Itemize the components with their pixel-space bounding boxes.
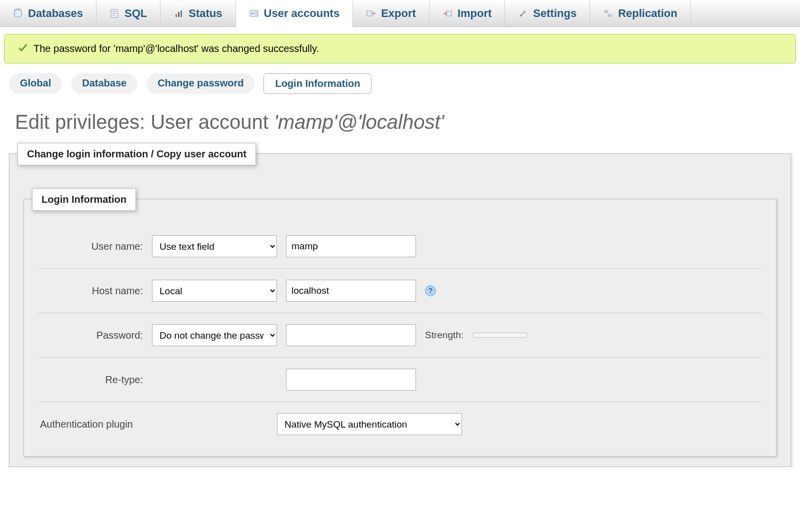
svg-point-11 <box>608 14 612 16</box>
change-login-info-panel: Change login information / Copy user acc… <box>9 153 791 467</box>
subtab-change-password[interactable]: Change password <box>146 73 254 94</box>
outer-legend: Change login information / Copy user acc… <box>18 143 256 165</box>
tab-databases[interactable]: Databases <box>0 0 96 26</box>
success-notice: The password for 'mamp'@'localhost' was … <box>4 34 796 63</box>
database-icon <box>13 8 23 18</box>
password-input[interactable] <box>286 324 416 346</box>
svg-point-10 <box>604 10 608 12</box>
top-tabs: Databases SQL Status User accounts Expor… <box>0 0 800 27</box>
svg-point-6 <box>251 12 254 14</box>
tab-label: Export <box>381 7 416 20</box>
hostname-mode-select[interactable]: Local <box>152 280 277 302</box>
row-auth-plugin: Authentication plugin Native MySQL authe… <box>38 402 762 446</box>
svg-rect-7 <box>367 11 372 16</box>
sub-tabs: Global Database Change password Login In… <box>0 63 800 97</box>
strength-label: Strength: <box>425 330 464 341</box>
subtab-database[interactable]: Database <box>71 73 138 94</box>
authplugin-label: Authentication plugin <box>38 419 268 430</box>
svg-rect-2 <box>176 14 177 17</box>
import-icon <box>442 8 452 18</box>
username-mode-select[interactable]: Use text field <box>152 235 277 257</box>
inner-legend: Login Information <box>32 188 136 211</box>
tab-label: Databases <box>28 7 83 20</box>
replication-icon <box>603 8 613 18</box>
tab-user-accounts[interactable]: User accounts <box>236 0 354 27</box>
tab-status[interactable]: Status <box>160 0 236 26</box>
user-accounts-icon <box>249 8 259 18</box>
retype-input[interactable] <box>286 369 416 391</box>
row-retype: Re-type: <box>38 358 762 402</box>
tab-label: Replication <box>618 7 678 20</box>
tab-label: Settings <box>533 7 576 20</box>
check-icon <box>18 42 28 55</box>
username-input[interactable] <box>286 235 416 257</box>
row-username: User name: Use text field <box>38 224 762 269</box>
tab-label: User accounts <box>264 7 340 20</box>
tab-label: SQL <box>124 7 147 20</box>
hostname-input[interactable] <box>286 280 416 302</box>
login-information-panel: Login Information User name: Use text fi… <box>24 199 776 457</box>
svg-rect-5 <box>250 10 258 16</box>
tab-export[interactable]: Export <box>353 0 430 26</box>
page-heading: Edit privileges: User account 'mamp'@'lo… <box>15 111 791 133</box>
tab-label: Status <box>188 7 222 20</box>
row-hostname: Host name: Local ? <box>38 269 762 313</box>
authplugin-select[interactable]: Native MySQL authentication <box>277 413 462 435</box>
heading-prefix: Edit privileges: User account <box>15 111 274 133</box>
export-icon <box>366 8 376 18</box>
row-password: Password: Do not change the password Str… <box>38 313 762 358</box>
tab-replication[interactable]: Replication <box>590 0 691 26</box>
subtab-global[interactable]: Global <box>9 73 62 94</box>
username-label: User name: <box>38 241 143 252</box>
svg-rect-8 <box>446 11 452 16</box>
tab-import[interactable]: Import <box>430 0 505 26</box>
svg-point-9 <box>520 14 522 16</box>
strength-meter <box>472 333 528 338</box>
status-icon <box>174 8 184 18</box>
tab-settings[interactable]: Settings <box>505 0 590 26</box>
password-mode-select[interactable]: Do not change the password <box>152 324 277 346</box>
settings-icon <box>518 8 528 18</box>
tab-label: Import <box>458 7 492 20</box>
success-text: The password for 'mamp'@'localhost' was … <box>34 43 319 54</box>
heading-account: 'mamp'@'localhost' <box>274 111 444 133</box>
subtab-login-information[interactable]: Login Information <box>264 73 372 94</box>
password-label: Password: <box>38 330 143 341</box>
svg-rect-3 <box>178 12 180 17</box>
help-icon[interactable]: ? <box>425 285 436 296</box>
svg-rect-4 <box>180 10 182 17</box>
tab-sql[interactable]: SQL <box>96 0 160 26</box>
hostname-label: Host name: <box>38 285 143 297</box>
retype-label: Re-type: <box>38 374 143 386</box>
sql-icon <box>110 8 120 18</box>
